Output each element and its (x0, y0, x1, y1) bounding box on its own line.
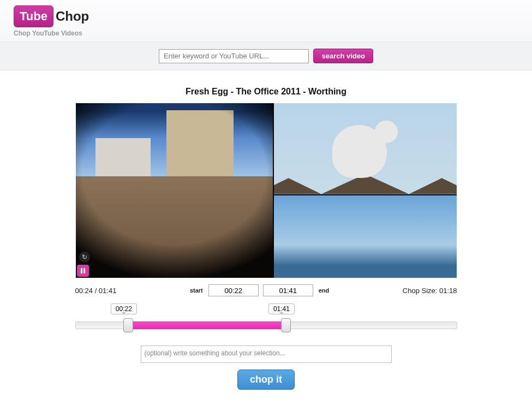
slider-handle-start[interactable]: 00:22 (123, 318, 133, 332)
slider-handle-end[interactable]: 01:41 (281, 318, 291, 332)
video-thumbnail-left (76, 103, 274, 278)
search-input[interactable] (159, 49, 309, 63)
main-content: Fresh Egg - The Office 2011 - Worthing ↻… (75, 87, 457, 390)
chop-it-button[interactable]: chop it (237, 370, 295, 390)
description-textarea[interactable] (141, 346, 392, 363)
slider-end-tooltip: 01:41 (268, 303, 295, 314)
search-bar: search video (0, 41, 532, 70)
time-display: 00:24 / 01:41 (75, 287, 117, 295)
video-frame (76, 103, 457, 278)
video-thumbnail-sky (274, 195, 457, 278)
slider-start-tooltip: 00:22 (111, 303, 137, 314)
video-player[interactable]: ↻ (76, 103, 457, 278)
logo[interactable]: Tube Chop (14, 5, 532, 27)
logo-chop: Chop (56, 9, 89, 24)
logo-tube: Tube (14, 5, 53, 27)
chop-size-label: Chop Size: 01:18 (403, 287, 457, 295)
controls-row: 00:24 / 01:41 start end Chop Size: 01:18 (75, 284, 457, 296)
video-thumbnail-bird (274, 103, 457, 195)
slider-selected-range (128, 321, 286, 329)
start-label: start (190, 287, 203, 294)
end-label: end (319, 287, 330, 294)
pause-button[interactable] (77, 265, 89, 277)
range-slider[interactable]: 00:22 01:41 (75, 318, 457, 329)
replay-icon[interactable]: ↻ (79, 252, 90, 263)
tagline: Chop YouTube Videos (14, 29, 532, 37)
search-video-button[interactable]: search video (313, 49, 373, 63)
end-time-input[interactable] (263, 284, 313, 296)
video-title: Fresh Egg - The Office 2011 - Worthing (75, 87, 457, 97)
start-time-input[interactable] (208, 284, 259, 296)
header: Tube Chop Chop YouTube Videos (0, 0, 532, 41)
